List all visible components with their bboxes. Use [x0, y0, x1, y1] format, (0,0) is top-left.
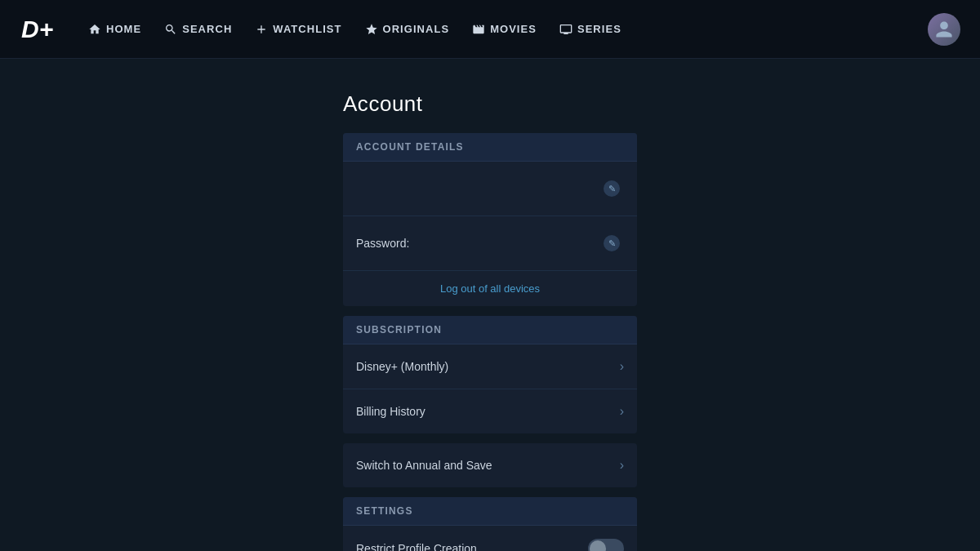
logout-all-devices-link[interactable]: Log out of all devices — [343, 271, 637, 306]
disneyplus-logo[interactable]: D+ — [20, 13, 62, 46]
subscription-card: Subscription Disney+ (Monthly) › Billing… — [343, 316, 637, 433]
password-row[interactable]: Password: ✎ — [343, 216, 637, 271]
nav-watchlist[interactable]: WATCHLIST — [255, 23, 341, 36]
password-pencil-icon: ✎ — [604, 235, 620, 251]
billing-history-row[interactable]: Billing History › — [343, 389, 637, 433]
account-details-card: Account Details ✎ Password: ✎ Log out of… — [343, 133, 637, 306]
navbar: D+ HOME SEARCH WATCHLIST — [0, 0, 980, 59]
page-title: Account — [343, 91, 637, 117]
switch-annual-chevron: › — [620, 458, 624, 473]
pencil-icon: ✎ — [604, 180, 620, 197]
plus-icon — [255, 23, 268, 36]
main-content: Account Account Details ✎ Password: ✎ Lo… — [0, 59, 980, 551]
password-label: Password: — [356, 237, 409, 250]
switch-annual-label: Switch to Annual and Save — [356, 459, 492, 472]
switch-annual-card: Switch to Annual and Save › — [343, 443, 637, 487]
disney-monthly-chevron: › — [620, 359, 624, 374]
nav-series-label: SERIES — [577, 23, 621, 35]
password-edit[interactable]: ✎ — [599, 231, 624, 256]
disney-monthly-row[interactable]: Disney+ (Monthly) › — [343, 344, 637, 389]
nav-watchlist-label: WATCHLIST — [273, 23, 341, 35]
account-details-edit[interactable]: ✎ — [599, 176, 624, 201]
nav-search[interactable]: SEARCH — [164, 23, 232, 36]
settings-card: SETTINGS Restrict Profile Creation Creat… — [343, 497, 637, 551]
switch-annual-row[interactable]: Switch to Annual and Save › — [343, 443, 637, 487]
subscription-header: Subscription — [343, 316, 637, 344]
nav-home[interactable]: HOME — [88, 23, 141, 36]
nav-series[interactable]: SERIES — [559, 23, 621, 36]
svg-text:D+: D+ — [21, 16, 53, 42]
nav-movies-label: MOVIES — [490, 23, 537, 35]
user-avatar[interactable] — [928, 13, 960, 46]
nav-movies[interactable]: MOVIES — [472, 23, 537, 36]
account-details-header: Account Details — [343, 133, 637, 162]
tv-icon — [559, 23, 572, 36]
account-container: Account Account Details ✎ Password: ✎ Lo… — [343, 91, 637, 551]
restrict-profile-toggle[interactable] — [588, 539, 624, 551]
toggle-knob — [590, 540, 606, 551]
billing-history-label: Billing History — [356, 405, 425, 418]
restrict-profile-label: Restrict Profile Creation — [356, 542, 477, 551]
disney-monthly-label: Disney+ (Monthly) — [356, 360, 448, 373]
billing-history-chevron: › — [620, 404, 624, 419]
nav-home-label: HOME — [106, 23, 141, 35]
film-icon — [472, 23, 485, 36]
restrict-profile-row: Restrict Profile Creation — [343, 526, 637, 551]
nav-originals-label: ORIGINALS — [383, 23, 450, 35]
account-details-row[interactable]: ✎ — [343, 162, 637, 216]
house-icon — [88, 23, 101, 36]
settings-header: SETTINGS — [343, 497, 637, 526]
search-icon — [164, 23, 177, 36]
star-icon — [365, 23, 378, 36]
avatar-icon — [934, 20, 954, 39]
nav-originals[interactable]: ORIGINALS — [365, 23, 450, 36]
nav-search-label: SEARCH — [182, 23, 232, 35]
nav-links: HOME SEARCH WATCHLIST ORIGINALS — [88, 23, 928, 36]
